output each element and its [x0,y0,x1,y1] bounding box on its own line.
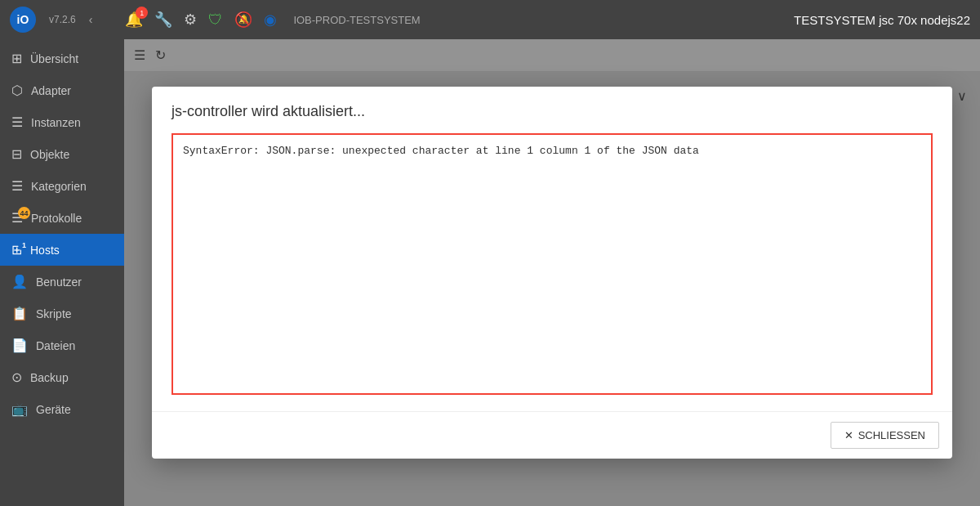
adapter-icon: ⬡ [11,83,23,98]
version-label: v7.2.6 [49,14,76,25]
sidebar-item-adapter[interactable]: ⬡ Adapter [0,74,124,106]
sidebar-label-uebersicht: Übersicht [30,52,78,65]
sidebar-item-kategorien[interactable]: ☰ Kategorien [0,170,124,202]
bell-icon[interactable]: 🔔 1 [125,11,143,29]
protokolle-badge: 44 [18,207,30,219]
close-x-icon: ✕ [844,429,853,441]
system-title: TESTSYSTEM jsc 70x nodejs22 [794,13,970,27]
bell-mute-icon[interactable]: 🔕 [234,11,252,29]
sidebar-item-protokolle[interactable]: ☰ Protokolle 44 [0,202,124,234]
sidebar-item-uebersicht[interactable]: ⊞ Übersicht [0,43,124,74]
benutzer-icon: 👤 [11,274,28,289]
iob-logo-icon[interactable]: ◉ [264,11,277,29]
sidebar-item-geraete[interactable]: 📺 Geräte [0,393,124,425]
dateien-icon: 📄 [11,338,28,353]
sidebar-label-kategorien: Kategorien [31,180,87,193]
sidebar-label-geraete: Geräte [36,403,71,416]
dialog-body: js-controller wird aktualisiert... Synta… [152,87,952,411]
sidebar-item-dateien[interactable]: 📄 Dateien [0,329,124,361]
main-layout: ⊞ Übersicht ⬡ Adapter ☰ Instanzen ⊟ Obje… [0,39,980,506]
close-button[interactable]: ✕ SCHLIESSEN [831,422,939,449]
sidebar-item-objekte[interactable]: ⊟ Objekte [0,138,124,170]
sidebar-label-skripte: Skripte [36,307,72,320]
content-area: ☰ ↻ ∨ js-controller wird aktualisiert...… [124,39,980,506]
sidebar-label-hosts: Hosts [30,244,60,257]
sidebar: ⊞ Übersicht ⬡ Adapter ☰ Instanzen ⊟ Obje… [0,39,124,506]
hosts-badge: 1 [18,239,30,251]
iob-system-label: IOB-PROD-TESTSYSTEM [293,14,420,26]
error-text: SyntaxError: JSON.parse: unexpected char… [183,145,699,157]
instanzen-icon: ☰ [11,114,23,130]
geraete-icon: 📺 [11,401,28,417]
navbar: iO v7.2.6 ‹ 🔔 1 🔧 ⚙ 🛡 🔕 ◉ IOB-PROD-TESTS… [0,0,980,39]
dialog-title: js-controller wird aktualisiert... [172,103,933,120]
bell-badge: 1 [136,7,148,19]
settings-icon[interactable]: ⚙ [184,11,197,29]
sidebar-toggle-icon[interactable]: ‹ [89,13,93,26]
sidebar-item-instanzen[interactable]: ☰ Instanzen [0,106,124,138]
kategorien-icon: ☰ [11,178,23,194]
dialog-footer: ✕ SCHLIESSEN [152,411,952,459]
sidebar-label-protokolle: Protokolle [31,212,82,225]
sidebar-label-benutzer: Benutzer [36,275,82,289]
app-logo[interactable]: iO [10,7,36,33]
modal-overlay: js-controller wird aktualisiert... Synta… [124,39,980,506]
logo-text: iO [17,13,29,26]
sidebar-label-objekte: Objekte [30,148,69,161]
sidebar-item-skripte[interactable]: 📋 Skripte [0,298,124,329]
sidebar-label-backup: Backup [30,371,69,384]
shield-icon[interactable]: 🛡 [208,11,223,29]
close-button-label: SCHLIESSEN [858,429,925,441]
update-dialog: js-controller wird aktualisiert... Synta… [152,87,952,459]
backup-icon: ⊙ [11,369,22,385]
dialog-error-output[interactable]: SyntaxError: JSON.parse: unexpected char… [172,133,933,395]
sidebar-label-dateien: Dateien [36,339,75,352]
wrench-icon[interactable]: 🔧 [154,11,172,29]
sidebar-label-adapter: Adapter [31,84,71,97]
skripte-icon: 📋 [11,306,28,321]
sidebar-item-backup[interactable]: ⊙ Backup [0,361,124,393]
objekte-icon: ⊟ [11,146,22,162]
sidebar-item-benutzer[interactable]: 👤 Benutzer [0,266,124,298]
sidebar-item-hosts[interactable]: ⊞ Hosts 1 [0,234,124,266]
uebersicht-icon: ⊞ [11,51,22,66]
navbar-icon-group: 🔔 1 🔧 ⚙ 🛡 🔕 ◉ [125,11,277,29]
sidebar-label-instanzen: Instanzen [31,116,81,129]
